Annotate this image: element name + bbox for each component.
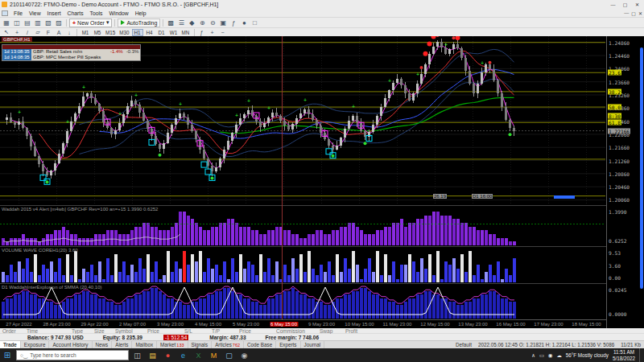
autotrading-button[interactable]: AutoTrading	[118, 19, 160, 27]
notepad-icon[interactable]: ▢	[222, 348, 236, 362]
news-panel[interactable]: 1d 13:08:35GBP: Retail Sales m/m-1.4%-0.…	[2, 44, 141, 61]
svg-text:+: +	[66, 119, 69, 125]
timeframe-h1[interactable]: H1	[132, 29, 143, 36]
zoom-in-icon[interactable]: ⊕	[197, 19, 207, 27]
crosshair-icon[interactable]: +	[12, 29, 22, 36]
column-header-type[interactable]: Type	[69, 328, 92, 334]
taskbar-clock[interactable]: 11:51 AM 5/18/2022	[613, 349, 635, 360]
market-watch-icon[interactable]: ▥	[33, 19, 43, 27]
chart-window-icon[interactable]: ◫	[12, 19, 22, 27]
terminal-tab-alerts[interactable]: Alerts	[112, 341, 132, 348]
new-order-button[interactable]: + New Order ▾	[69, 19, 112, 27]
chart-restore-button[interactable]: ▢	[631, 10, 636, 16]
settings-icon[interactable]: ◉	[237, 348, 251, 362]
indicator-pane-explosion[interactable]: D1 WaddahInterExplosion of SMMA (20,40,1…	[0, 284, 605, 319]
column-header-symbol[interactable]: Symbol	[113, 328, 145, 334]
column-header-sl[interactable]: S/L	[182, 328, 209, 334]
data-window-icon[interactable]: ▧	[43, 19, 53, 27]
indicators-icon[interactable]: ƒ	[229, 19, 238, 27]
column-header-price[interactable]: Price	[145, 328, 182, 334]
timeframe-m5[interactable]: M5	[92, 29, 103, 36]
task-view-icon[interactable]: ◫	[130, 348, 144, 362]
terminal-tab-code-base[interactable]: Code Base	[244, 341, 276, 348]
minimize-button[interactable]: —	[608, 1, 618, 8]
terminal-tab-experts[interactable]: Experts	[276, 341, 300, 348]
strategy-tester-icon[interactable]: ▩	[166, 19, 175, 27]
column-header-price[interactable]: Price	[237, 328, 274, 334]
timeframe-m1[interactable]: M1	[80, 29, 91, 36]
trendline-icon[interactable]: /	[23, 29, 32, 36]
tile-windows-icon[interactable]: ▣	[218, 19, 228, 27]
news-event: GBP: Retail Sales m/m	[31, 49, 109, 55]
timeframe-w1[interactable]: W1	[168, 29, 180, 36]
bar-chart-icon[interactable]: ☰	[176, 19, 186, 27]
terminal-tab-signals[interactable]: Signals	[188, 341, 213, 348]
metatrader-icon[interactable]: M	[207, 348, 221, 362]
profiles-icon[interactable]: ▤	[23, 19, 32, 27]
chart-close-button[interactable]: ✕	[638, 10, 642, 16]
candle-chart-icon[interactable]: ◆	[187, 19, 196, 27]
fibonacci-icon[interactable]: F	[43, 29, 53, 36]
start-button[interactable]: ⊞	[0, 348, 14, 362]
menu-view[interactable]: View	[26, 10, 44, 16]
chart-scrollbar[interactable]	[640, 47, 643, 289]
profile-name[interactable]: Default	[456, 342, 472, 348]
zoom-out-icon[interactable]: −	[218, 29, 228, 36]
column-header-commission[interactable]: Commission	[274, 328, 317, 334]
terminal-toggle-icon[interactable]: ▨	[54, 19, 64, 27]
indicator-pane-waddah[interactable]: Waddah 2015 v4 Alert [m4wb] GBPCHF Rev=1…	[0, 206, 605, 246]
column-header-size[interactable]: Size	[92, 328, 113, 334]
column-header-order[interactable]: Order	[0, 328, 24, 334]
menu-charts[interactable]: Charts	[64, 10, 87, 16]
file-explorer-icon[interactable]: ▤	[146, 348, 159, 362]
text-icon[interactable]: A	[54, 29, 64, 36]
indicator-pane-volume-wave[interactable]: VOLUME WAVE COREH1(20) 3.60	[0, 247, 605, 283]
timeframe-d1[interactable]: D1	[156, 29, 167, 36]
cursor-icon[interactable]: ↖	[2, 29, 11, 36]
terminal-tab-journal[interactable]: Journal	[301, 341, 325, 348]
menu-window[interactable]: Window	[105, 10, 131, 16]
menu-file[interactable]: File	[10, 10, 26, 16]
column-header-time[interactable]: Time	[24, 328, 69, 334]
terminal-tab-trade[interactable]: Trade	[0, 341, 21, 348]
zoom-in-icon[interactable]: +	[208, 29, 217, 36]
zoom-out-icon[interactable]: ⊖	[208, 19, 217, 27]
close-button[interactable]: ✕	[632, 1, 642, 8]
column-header-swap[interactable]: Swap	[317, 328, 343, 334]
chart-minimize-button[interactable]: —	[624, 10, 629, 16]
search-input[interactable]: ○‿ Type here to search	[16, 350, 129, 360]
alert-icon[interactable]: ●	[239, 19, 249, 27]
news-row: 1d 13:08:35GBP: Retail Sales m/m-1.4%-0.…	[2, 49, 140, 55]
timeframe-m15[interactable]: M15	[104, 29, 117, 36]
maximize-button[interactable]: ▢	[620, 1, 630, 8]
excel-icon[interactable]: X	[192, 348, 205, 362]
terminal-tab-news[interactable]: News	[93, 341, 113, 348]
timeframe-m30[interactable]: M30	[118, 29, 130, 36]
arrows-icon[interactable]: ↓	[64, 29, 74, 36]
network-icon[interactable]: ◉	[548, 352, 553, 358]
timeframe-mn[interactable]: MN	[180, 29, 192, 36]
indicators-list-icon[interactable]: ƒ	[197, 29, 207, 36]
channel-icon[interactable]: ▱	[33, 29, 43, 36]
weather-widget[interactable]: 56°F Mostly cloudy	[566, 352, 609, 358]
timeframe-h4[interactable]: H4	[144, 29, 155, 36]
menu-tools[interactable]: Tools	[87, 10, 106, 16]
battery-icon[interactable]: ▭	[539, 352, 544, 358]
edge-icon[interactable]: e	[176, 348, 190, 362]
show-desktop-button[interactable]	[639, 348, 642, 362]
column-header-profit[interactable]: Profit	[343, 328, 375, 334]
terminal-tab-account-history[interactable]: Account History	[49, 341, 92, 348]
chrome-icon[interactable]: ●	[161, 348, 175, 362]
tray-expand-icon[interactable]: ∧	[531, 352, 535, 358]
fullscreen-icon[interactable]: □	[250, 19, 259, 27]
new-chart-icon[interactable]: ▦	[2, 19, 11, 27]
terminal-tab-mailbox[interactable]: Mailbox	[132, 341, 157, 348]
menu-insert[interactable]: Insert	[44, 10, 64, 16]
menu-help[interactable]: Help	[132, 10, 150, 16]
column-header-tp[interactable]: T/P	[209, 328, 237, 334]
terminal-tab-articles[interactable]: Articles762	[212, 341, 244, 348]
price-pane[interactable]: +++++++++++++++ GBPCHF,H1 1d 13:08:35GBP…	[0, 36, 605, 205]
terminal-tab-market[interactable]: Market133	[157, 341, 188, 348]
terminal-tab-exposure[interactable]: Exposure	[21, 341, 50, 348]
chart-area[interactable]: +++++++++++++++ GBPCHF,H1 1d 13:08:35GBP…	[0, 36, 644, 328]
